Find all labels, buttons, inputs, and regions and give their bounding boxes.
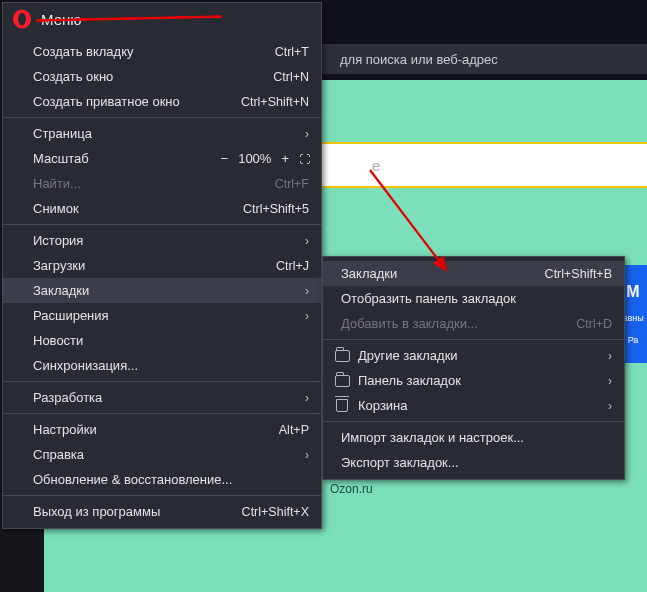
- chevron-right-icon: ›: [305, 284, 309, 298]
- submenu-bookmarks-panel[interactable]: Панель закладок ›: [323, 368, 624, 393]
- chevron-right-icon: ›: [305, 127, 309, 141]
- side-widget-caption: Ра: [628, 335, 639, 345]
- menu-separator: [3, 117, 321, 118]
- menu-zoom[interactable]: Масштаб − 100% + ⛶: [3, 146, 321, 171]
- search-hint: е: [372, 157, 380, 174]
- menu-snapshot[interactable]: Снимок Ctrl+Shift+5: [3, 196, 321, 221]
- menu-history[interactable]: История ›: [3, 228, 321, 253]
- chevron-right-icon: ›: [305, 448, 309, 462]
- menu-news[interactable]: Новости: [3, 328, 321, 353]
- menu-dev[interactable]: Разработка ›: [3, 385, 321, 410]
- menu-item-accel: Ctrl+T: [275, 45, 309, 59]
- menu-separator: [323, 339, 624, 340]
- menu-item-label: Обновление & восстановление...: [33, 472, 309, 487]
- menu-update-restore[interactable]: Обновление & восстановление...: [3, 467, 321, 492]
- fullscreen-icon[interactable]: ⛶: [299, 153, 309, 165]
- menu-separator: [3, 224, 321, 225]
- menu-title: Меню: [41, 11, 82, 28]
- submenu-add-bookmark: Добавить в закладки... Ctrl+D: [323, 311, 624, 336]
- menu-item-label: Загрузки: [33, 258, 276, 273]
- menu-separator: [3, 495, 321, 496]
- side-widget-letter: M: [626, 283, 639, 301]
- menu-item-label: Расширения: [33, 308, 297, 323]
- submenu-other-bookmarks[interactable]: Другие закладки ›: [323, 343, 624, 368]
- chevron-right-icon: ›: [608, 349, 612, 363]
- menu-item-label: Создать приватное окно: [33, 94, 241, 109]
- menu-sync[interactable]: Синхронизация...: [3, 353, 321, 378]
- menu-item-label: Разработка: [33, 390, 297, 405]
- menu-separator: [323, 421, 624, 422]
- menu-item-label: Экспорт закладок...: [341, 455, 612, 470]
- menu-item-label: Выход из программы: [33, 504, 242, 519]
- menu-settings[interactable]: Настройки Alt+P: [3, 417, 321, 442]
- opera-logo-icon: [13, 10, 31, 29]
- submenu-import-bookmarks[interactable]: Импорт закладок и настроек...: [323, 425, 624, 450]
- menu-item-label: История: [33, 233, 297, 248]
- menu-item-accel: Ctrl+F: [275, 177, 309, 191]
- zoom-out-button[interactable]: −: [221, 151, 229, 166]
- menu-item-label: Настройки: [33, 422, 279, 437]
- menu-separator: [3, 413, 321, 414]
- menu-item-label: Создать окно: [33, 69, 273, 84]
- zoom-value: 100%: [238, 151, 271, 166]
- menu-item-label: Отобразить панель закладок: [341, 291, 612, 306]
- menu-item-label: Импорт закладок и настроек...: [341, 430, 612, 445]
- zoom-controls: − 100% + ⛶: [221, 151, 309, 166]
- menu-header: Меню: [3, 3, 321, 39]
- menu-downloads[interactable]: Загрузки Ctrl+J: [3, 253, 321, 278]
- menu-help[interactable]: Справка ›: [3, 442, 321, 467]
- main-menu: Меню Создать вкладку Ctrl+T Создать окно…: [2, 2, 322, 529]
- menu-page[interactable]: Страница ›: [3, 121, 321, 146]
- menu-find: Найти... Ctrl+F: [3, 171, 321, 196]
- menu-item-accel: Alt+P: [279, 423, 309, 437]
- chevron-right-icon: ›: [305, 309, 309, 323]
- submenu-export-bookmarks[interactable]: Экспорт закладок...: [323, 450, 624, 475]
- menu-item-label: Добавить в закладки...: [341, 316, 576, 331]
- menu-new-window[interactable]: Создать окно Ctrl+N: [3, 64, 321, 89]
- submenu-show-bookmarks-bar[interactable]: Отобразить панель закладок: [323, 286, 624, 311]
- submenu-trash[interactable]: Корзина ›: [323, 393, 624, 418]
- menu-item-label: Найти...: [33, 176, 275, 191]
- chevron-right-icon: ›: [608, 374, 612, 388]
- menu-item-label: Другие закладки: [358, 348, 600, 363]
- zoom-in-button[interactable]: +: [281, 151, 289, 166]
- menu-item-label: Закладки: [341, 266, 545, 281]
- menu-item-label: Панель закладок: [358, 373, 600, 388]
- menu-new-tab[interactable]: Создать вкладку Ctrl+T: [3, 39, 321, 64]
- menu-item-accel: Ctrl+D: [576, 317, 612, 331]
- bookmarks-submenu: Закладки Ctrl+Shift+B Отобразить панель …: [322, 256, 625, 480]
- menu-item-accel: Ctrl+Shift+5: [243, 202, 309, 216]
- menu-new-private-window[interactable]: Создать приватное окно Ctrl+Shift+N: [3, 89, 321, 114]
- menu-item-label: Масштаб: [33, 151, 221, 166]
- menu-item-accel: Ctrl+Shift+N: [241, 95, 309, 109]
- menu-item-label: Новости: [33, 333, 309, 348]
- menu-item-label: Закладки: [33, 283, 297, 298]
- menu-item-accel: Ctrl+J: [276, 259, 309, 273]
- tile-label: Ozon.ru: [330, 482, 373, 496]
- menu-item-accel: Ctrl+N: [273, 70, 309, 84]
- trash-icon: [336, 399, 348, 412]
- menu-item-label: Снимок: [33, 201, 243, 216]
- menu-exit[interactable]: Выход из программы Ctrl+Shift+X: [3, 499, 321, 524]
- folder-icon: [335, 375, 350, 387]
- menu-item-accel: Ctrl+Shift+B: [545, 267, 612, 281]
- menu-item-label: Создать вкладку: [33, 44, 275, 59]
- menu-item-label: Синхронизация...: [33, 358, 309, 373]
- address-placeholder: для поиска или веб-адрес: [340, 52, 498, 67]
- submenu-bookmarks[interactable]: Закладки Ctrl+Shift+B: [323, 261, 624, 286]
- chevron-right-icon: ›: [305, 234, 309, 248]
- menu-separator: [3, 381, 321, 382]
- side-widget-sub: авны: [622, 313, 643, 323]
- menu-item-accel: Ctrl+Shift+X: [242, 505, 309, 519]
- chevron-right-icon: ›: [305, 391, 309, 405]
- chevron-right-icon: ›: [608, 399, 612, 413]
- folder-icon: [335, 350, 350, 362]
- menu-item-label: Страница: [33, 126, 297, 141]
- menu-item-label: Корзина: [358, 398, 600, 413]
- menu-bookmarks[interactable]: Закладки ›: [3, 278, 321, 303]
- menu-item-label: Справка: [33, 447, 297, 462]
- menu-extensions[interactable]: Расширения ›: [3, 303, 321, 328]
